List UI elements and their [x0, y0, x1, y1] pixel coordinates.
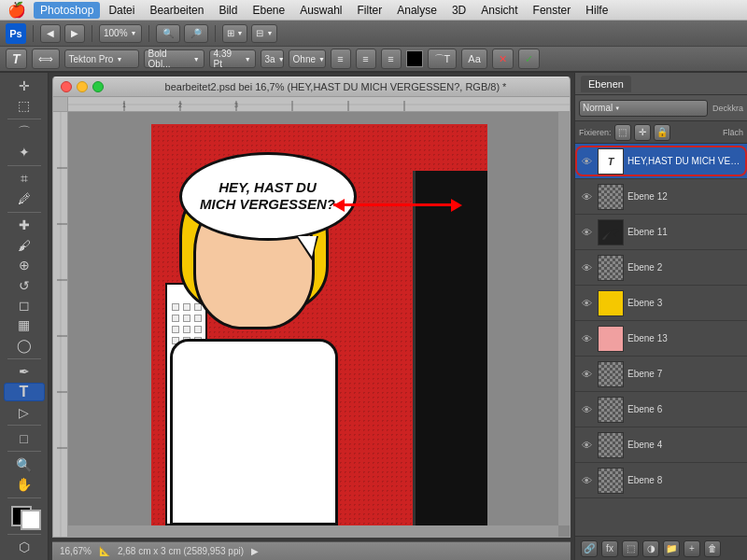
layer-item[interactable]: 👁 Ebene 12 — [575, 179, 747, 215]
color-swatches[interactable] — [7, 506, 41, 530]
menu-ansicht[interactable]: Ansicht — [474, 2, 524, 19]
warp-text-button[interactable]: ⌒T — [428, 49, 458, 69]
screen-mode-button[interactable]: ⬡ — [4, 539, 45, 556]
align-right-button[interactable]: ≡ — [381, 49, 402, 69]
layer-visibility-icon[interactable]: 👁 — [579, 260, 594, 275]
zoom-dropdown[interactable]: 100% — [99, 24, 142, 43]
aa-mode-dropdown[interactable]: 3a — [261, 49, 284, 68]
dodge-tool[interactable]: ◯ — [4, 336, 45, 354]
pen-tool[interactable]: ✒ — [4, 362, 45, 380]
vertical-scrollbar[interactable] — [558, 112, 570, 525]
horizontal-scrollbar[interactable] — [68, 525, 558, 537]
delete-layer-button[interactable]: 🗑 — [704, 540, 721, 557]
ps-logo: Ps — [6, 23, 26, 44]
layer-item[interactable]: 👁 Ebene 4 — [575, 427, 747, 463]
layers-tab[interactable]: Ebenen — [581, 76, 631, 92]
text-color-swatch[interactable] — [406, 50, 423, 67]
menu-filter[interactable]: Filter — [351, 2, 389, 19]
arrange-dropdown[interactable]: ⊞ — [222, 24, 248, 43]
lock-position-button[interactable]: ✛ — [634, 124, 651, 141]
layer-visibility-icon[interactable]: 👁 — [579, 367, 594, 382]
zoom-in-button[interactable]: 🔎 — [184, 24, 208, 43]
menu-bild[interactable]: Bild — [212, 2, 244, 19]
history-back-button[interactable]: ◀ — [40, 24, 61, 43]
path-selection-tool[interactable]: ▷ — [4, 403, 45, 421]
advance-arrow[interactable]: ▶ — [251, 546, 259, 556]
layer-item[interactable]: 👁 Ebene 2 — [575, 250, 747, 286]
crop-tool[interactable]: ⌗ — [4, 170, 45, 188]
gradient-tool[interactable]: ▦ — [4, 316, 45, 334]
font-size-dropdown[interactable]: 4.39 Pt — [209, 49, 256, 68]
align-center-button[interactable]: ≡ — [356, 49, 376, 69]
layer-item[interactable]: 👁 Ebene 11 — [575, 215, 747, 250]
hand-tool[interactable]: ✋ — [4, 476, 45, 494]
antialiasing-dropdown[interactable]: Ohne — [289, 49, 326, 68]
close-button[interactable] — [61, 81, 72, 92]
menu-fenster[interactable]: Fenster — [527, 2, 578, 19]
maximize-button[interactable] — [92, 81, 104, 92]
lock-pixels-button[interactable]: ⬚ — [614, 124, 631, 141]
menu-datei[interactable]: Datei — [102, 2, 141, 19]
clone-stamp-tool[interactable]: ⊕ — [4, 256, 45, 273]
history-forward-button[interactable]: ▶ — [64, 24, 85, 43]
eraser-tool[interactable]: ◻ — [4, 296, 45, 314]
layer-visibility-icon[interactable]: 👁 — [579, 331, 594, 346]
layer-item[interactable]: 👁 Ebene 8 — [575, 463, 747, 498]
link-layers-button[interactable]: 🔗 — [581, 540, 598, 557]
text-tool[interactable]: T — [4, 383, 45, 401]
menu-hilfe[interactable]: Hilfe — [579, 2, 614, 19]
layer-visibility-icon[interactable]: 👁 — [579, 473, 594, 488]
apple-menu[interactable]: 🍎 — [7, 1, 26, 19]
history-brush-tool[interactable]: ↺ — [4, 276, 45, 294]
background-color[interactable] — [21, 510, 41, 530]
layer-visibility-icon[interactable]: 👁 — [579, 225, 594, 240]
magic-wand-tool[interactable]: ✦ — [4, 144, 45, 161]
move-tool[interactable]: ✛ — [4, 77, 45, 94]
font-style-dropdown[interactable]: Bold Obl... — [144, 49, 204, 68]
canvas-document[interactable]: 1 2 3 — [52, 97, 571, 538]
shape-tool[interactable]: □ — [4, 429, 45, 447]
commit-text-button[interactable]: ✓ — [518, 49, 540, 69]
minimize-button[interactable] — [77, 81, 88, 92]
menu-analyse[interactable]: Analyse — [390, 2, 444, 19]
new-adjustment-button[interactable]: ◑ — [642, 540, 659, 557]
layer-style-button[interactable]: fx — [601, 540, 618, 557]
menu-bearbeiten[interactable]: Bearbeiten — [143, 2, 210, 19]
eyedropper-tool[interactable]: 🖉 — [4, 189, 45, 207]
text-tool-indicator[interactable]: T — [6, 49, 27, 69]
menu-photoshop[interactable]: Photoshop — [34, 2, 100, 19]
layer-visibility-icon[interactable]: 👁 — [579, 296, 594, 311]
lasso-tool[interactable]: ⌒ — [4, 123, 45, 142]
layer-visibility-icon[interactable]: 👁 — [579, 438, 594, 453]
new-layer-button[interactable]: + — [684, 540, 700, 557]
add-mask-button[interactable]: ⬚ — [622, 540, 639, 557]
layer-visibility-icon[interactable]: 👁 — [579, 189, 594, 204]
character-panel-button[interactable]: Aa — [461, 49, 486, 69]
menu-3d[interactable]: 3D — [445, 2, 472, 19]
layer-item[interactable]: 👁 Ebene 7 — [575, 357, 747, 392]
artwork-canvas[interactable]: HEY, HAST DU MICH VERGESSEN? — [68, 112, 570, 537]
history-brush-icon: ↺ — [19, 278, 30, 293]
layer-visibility-icon[interactable]: 👁 — [579, 402, 594, 417]
font-family-dropdown[interactable]: Tekton Pro — [64, 49, 139, 68]
view-dropdown[interactable]: ⊟ — [251, 24, 277, 43]
brush-icon: 🖌 — [18, 238, 31, 253]
marquee-tool[interactable]: ⬚ — [4, 96, 45, 114]
cancel-text-button[interactable]: ✕ — [492, 49, 514, 69]
text-orientation-button[interactable]: ⟺ — [32, 49, 60, 69]
blend-mode-dropdown[interactable]: Normal — [579, 100, 708, 117]
align-left-button[interactable]: ≡ — [331, 49, 351, 69]
lock-all-button[interactable]: 🔒 — [654, 124, 670, 141]
zoom-tool[interactable]: 🔍 — [4, 455, 45, 473]
healing-brush-tool[interactable]: ✚ — [4, 216, 45, 233]
layer-item[interactable]: 👁 Ebene 6 — [575, 392, 747, 427]
layer-visibility-icon[interactable]: 👁 — [579, 154, 594, 169]
menu-ebene[interactable]: Ebene — [246, 2, 291, 19]
layer-item[interactable]: 👁 Ebene 13 — [575, 321, 747, 357]
zoom-out-button[interactable]: 🔍 — [156, 24, 180, 43]
layer-item[interactable]: 👁 T HEY,HAST DU MICH VERGESSEN — [575, 144, 747, 179]
layer-item[interactable]: 👁 Ebene 3 — [575, 286, 747, 321]
menu-auswahl[interactable]: Auswahl — [293, 2, 348, 19]
brush-tool[interactable]: 🖌 — [4, 236, 45, 254]
new-group-button[interactable]: 📁 — [663, 540, 680, 557]
